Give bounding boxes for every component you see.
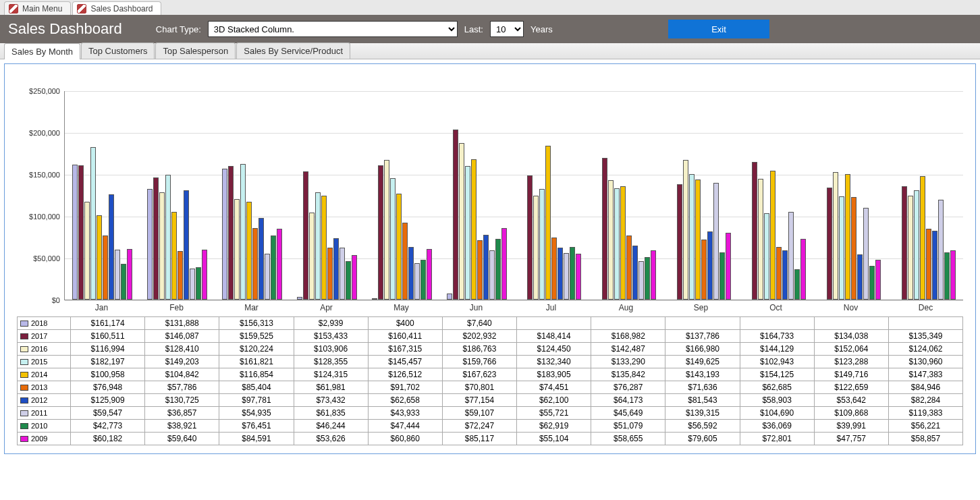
chart-content: $0$50,000$100,000$150,000$200,000$250,00… — [4, 63, 976, 454]
bar — [103, 235, 108, 300]
month-group — [813, 172, 888, 300]
table-cell: $38,921 — [145, 420, 219, 432]
bar — [121, 264, 126, 300]
bar — [570, 247, 575, 300]
bar — [920, 176, 925, 300]
bar — [465, 166, 470, 300]
table-cell — [889, 317, 963, 329]
table-cell: $53,626 — [294, 433, 369, 445]
bar — [97, 215, 102, 300]
bar — [346, 261, 351, 300]
bar — [321, 196, 327, 300]
table-cell: $59,547 — [71, 407, 145, 419]
table-cell — [591, 317, 665, 329]
table-cell: $70,801 — [443, 381, 517, 393]
month-group — [290, 171, 364, 300]
table-cell: $77,154 — [443, 394, 517, 406]
table-cell: $43,933 — [369, 407, 443, 419]
tab-sales-by-service-product[interactable]: Sales By Service/Product — [236, 43, 350, 59]
bar — [459, 143, 464, 300]
y-tick-label: $250,000 — [29, 87, 60, 95]
bar — [533, 196, 539, 300]
table-cell: $146,087 — [145, 330, 219, 342]
x-tick-label: Feb — [139, 300, 214, 312]
table-cell: $103,906 — [294, 343, 369, 355]
x-tick-label: May — [364, 300, 439, 312]
table-cell: $58,903 — [740, 394, 815, 406]
table-cell: $119,383 — [889, 407, 963, 419]
table-cell: $202,932 — [443, 330, 517, 342]
table-cell: $42,773 — [71, 420, 145, 432]
bar — [427, 249, 432, 300]
bar — [713, 183, 719, 300]
table-cell: $132,340 — [517, 356, 591, 368]
table-cell: $116,854 — [219, 368, 294, 381]
table-cell: $36,069 — [740, 420, 815, 432]
bar — [153, 177, 159, 300]
table-cell: $128,355 — [294, 356, 369, 368]
table-cell: $124,062 — [889, 343, 963, 355]
table-cell: $143,193 — [665, 368, 740, 381]
tab-sales-by-month[interactable]: Sales By Month — [4, 43, 80, 59]
table-cell: $45,649 — [591, 407, 665, 419]
bar — [938, 200, 944, 300]
y-tick-label: $0 — [52, 296, 60, 304]
bar — [390, 178, 396, 300]
bar — [246, 202, 252, 300]
legend-cell: 2009 — [17, 433, 71, 445]
tab-top-customers[interactable]: Top Customers — [81, 43, 155, 59]
tab-top-salesperson[interactable]: Top Salesperson — [155, 43, 236, 59]
exit-button[interactable]: Exit — [668, 20, 769, 38]
bar — [190, 269, 195, 300]
table-cell: $168,982 — [591, 330, 665, 342]
bar — [770, 171, 775, 300]
years-select[interactable]: 10 — [490, 21, 524, 37]
bar — [90, 147, 96, 300]
bar — [788, 212, 794, 300]
x-tick-label: Oct — [738, 300, 813, 312]
table-cell: $116,994 — [71, 343, 145, 355]
window-tab-label: Sales Dashboard — [90, 4, 153, 13]
bar — [576, 254, 581, 300]
month-group — [439, 130, 514, 300]
legend-swatch — [20, 410, 28, 416]
window-tab-sales-dashboard[interactable]: Sales Dashboard — [72, 1, 161, 15]
table-cell: $85,117 — [443, 433, 517, 445]
table-cell: $131,888 — [145, 317, 219, 329]
legend-swatch — [20, 423, 28, 429]
bar — [378, 165, 383, 300]
table-cell: $120,224 — [219, 343, 294, 355]
table-cell: $135,349 — [889, 330, 963, 342]
legend-cell: 2018 — [17, 317, 71, 329]
table-cell: $128,410 — [145, 343, 219, 355]
table-cell: $124,315 — [294, 368, 369, 381]
toolbar: Sales Dashboard Chart Type: 3D Stacked C… — [0, 15, 980, 43]
bar — [109, 194, 114, 300]
series-name: 2010 — [31, 422, 47, 430]
series-name: 2014 — [31, 370, 47, 379]
bar — [539, 189, 545, 300]
y-tick-label: $200,000 — [29, 129, 60, 137]
window-tab-label: Main Menu — [22, 4, 62, 13]
bar — [453, 130, 458, 300]
series-name: 2017 — [31, 332, 47, 340]
chart-type-select[interactable]: 3D Stacked Column. — [208, 21, 458, 37]
legend-cell: 2016 — [17, 343, 71, 355]
table-cell: $160,411 — [369, 330, 443, 342]
x-tick-label: Jan — [64, 300, 139, 312]
table-cell: $62,100 — [517, 394, 591, 406]
window-tab-main-menu[interactable]: Main Menu — [4, 1, 71, 15]
bar — [719, 252, 725, 300]
table-row: 2017$160,511$146,087$159,525$153,433$160… — [17, 329, 963, 342]
bar — [315, 192, 321, 300]
last-label: Last: — [464, 24, 483, 34]
table-cell: $76,451 — [219, 420, 294, 432]
table-cell: $60,182 — [71, 433, 145, 445]
table-cell: $76,948 — [71, 381, 145, 393]
table-cell: $139,315 — [665, 407, 740, 419]
table-cell: $85,404 — [219, 381, 294, 393]
table-cell: $56,221 — [889, 420, 963, 432]
table-cell: $79,605 — [665, 433, 740, 445]
table-cell: $125,909 — [71, 394, 145, 406]
table-cell: $2,939 — [294, 317, 369, 329]
